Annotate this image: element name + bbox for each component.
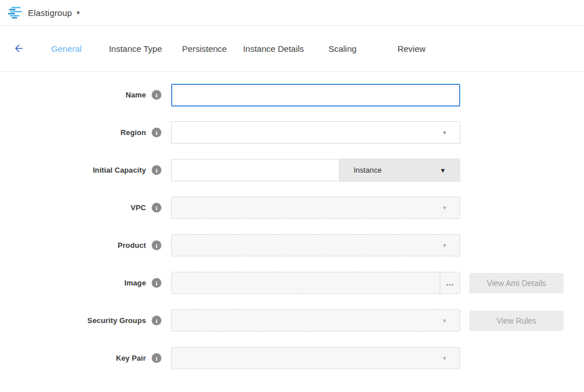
field-row-initial-capacity: Initial Capacity i Instance ▼ bbox=[0, 159, 584, 181]
product-info-icon[interactable]: i bbox=[152, 240, 161, 250]
capacity-unit-value: Instance bbox=[354, 166, 382, 174]
back-button[interactable] bbox=[13, 42, 25, 55]
name-input[interactable] bbox=[171, 84, 460, 107]
back-arrow-icon bbox=[13, 43, 25, 54]
caret-down-icon: ▼ bbox=[442, 130, 447, 135]
capacity-unit-select[interactable]: Instance ▼ bbox=[339, 158, 460, 182]
vpc-info-icon[interactable]: i bbox=[152, 203, 161, 213]
security-groups-label: Security Groups bbox=[87, 316, 146, 325]
security-groups-select[interactable]: ▼ bbox=[171, 309, 460, 332]
region-select[interactable]: ▼ bbox=[171, 121, 460, 144]
tab-scaling[interactable]: Scaling bbox=[308, 44, 377, 54]
tab-instance-details[interactable]: Instance Details bbox=[239, 44, 308, 54]
app-switcher[interactable]: Elastigroup ▾ bbox=[8, 7, 80, 19]
tab-review[interactable]: Review bbox=[377, 44, 446, 54]
initial-capacity-label: Initial Capacity bbox=[93, 166, 146, 174]
top-bar: Elastigroup ▾ bbox=[0, 0, 584, 26]
region-label: Region bbox=[120, 128, 146, 137]
image-label: Image bbox=[124, 279, 146, 287]
elastigroup-logo-icon bbox=[8, 7, 23, 19]
wizard-tabs: General Instance Type Persistence Instan… bbox=[32, 44, 446, 54]
view-rules-button[interactable]: View Rules bbox=[469, 311, 563, 331]
general-form: Name i Region i ▼ Initial Capacity i Ins bbox=[0, 72, 584, 369]
key-pair-info-icon[interactable]: i bbox=[152, 353, 161, 363]
key-pair-label: Key Pair bbox=[116, 354, 146, 362]
vpc-label: VPC bbox=[131, 203, 146, 212]
product-select[interactable]: ▼ bbox=[171, 234, 460, 256]
caret-down-icon: ▼ bbox=[442, 205, 447, 210]
image-browse-button[interactable]: ... bbox=[440, 272, 460, 293]
initial-capacity-input[interactable] bbox=[171, 159, 339, 181]
key-pair-select[interactable]: ▼ bbox=[171, 347, 460, 369]
field-row-key-pair: Key Pair i ▼ bbox=[0, 347, 584, 369]
field-row-product: Product i ▼ bbox=[0, 234, 584, 256]
security-groups-info-icon[interactable]: i bbox=[152, 316, 161, 325]
name-label: Name bbox=[125, 91, 146, 99]
field-row-name: Name i bbox=[0, 84, 584, 106]
field-row-image: Image i ... View Ami Details bbox=[0, 272, 584, 294]
tab-general[interactable]: General bbox=[32, 44, 101, 54]
vpc-select[interactable]: ▼ bbox=[171, 197, 460, 219]
caret-down-icon: ▼ bbox=[442, 318, 447, 323]
view-ami-details-button[interactable]: View Ami Details bbox=[469, 273, 563, 293]
field-row-vpc: VPC i ▼ bbox=[0, 197, 584, 219]
image-input[interactable]: ... bbox=[171, 272, 460, 294]
region-info-icon[interactable]: i bbox=[152, 128, 161, 137]
field-row-region: Region i ▼ bbox=[0, 121, 584, 144]
caret-down-icon: ▼ bbox=[440, 167, 446, 173]
caret-down-icon: ▼ bbox=[442, 356, 447, 361]
tab-persistence[interactable]: Persistence bbox=[170, 44, 239, 54]
image-input-value bbox=[172, 272, 440, 293]
name-info-icon[interactable]: i bbox=[152, 90, 161, 100]
image-info-icon[interactable]: i bbox=[152, 278, 161, 288]
field-row-security-groups: Security Groups i ▼ View Rules bbox=[0, 309, 584, 332]
tab-instance-type[interactable]: Instance Type bbox=[101, 44, 170, 54]
initial-capacity-info-icon[interactable]: i bbox=[152, 165, 161, 175]
app-caret-down-icon: ▾ bbox=[76, 10, 80, 16]
app-name: Elastigroup bbox=[28, 8, 72, 18]
wizard-header: General Instance Type Persistence Instan… bbox=[0, 26, 584, 72]
product-label: Product bbox=[117, 241, 146, 250]
caret-down-icon: ▼ bbox=[442, 243, 447, 248]
